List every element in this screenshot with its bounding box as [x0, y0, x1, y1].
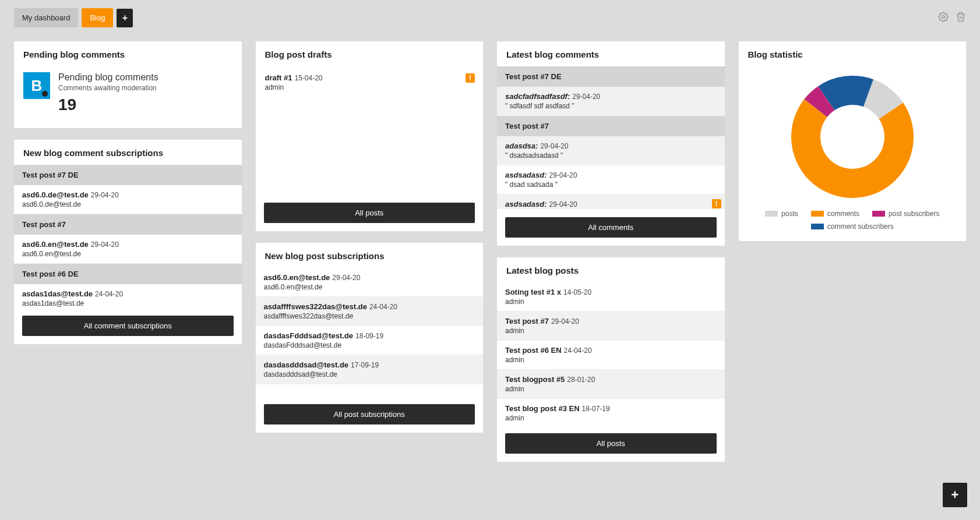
post-item[interactable]: Test blog post #3 EN18-07-19 admin — [497, 399, 725, 425]
comment-item[interactable]: asdsadasd:29-04-20 ! — [497, 194, 725, 209]
list-item[interactable]: asd6.0.de@test.de29-04-20 asd6.0.de@test… — [14, 185, 242, 214]
legend-item: comment subscribers — [811, 222, 894, 231]
group-header[interactable]: Test post #6 DE — [14, 264, 242, 284]
list-item[interactable]: asdas1das@test.de24-04-20 asdas1das@test… — [14, 284, 242, 307]
legend-item: post subscribers — [872, 210, 939, 218]
list-item[interactable]: dasdasdddsad@test.de17-09-19 dasdasdddsa… — [256, 355, 484, 384]
drafts-card: Blog post drafts draft #115-04-20 admin … — [256, 41, 484, 231]
pending-comments-card: Pending blog comments B Pending blog com… — [14, 41, 242, 128]
warning-badge-icon: ! — [466, 73, 475, 83]
all-posts-button[interactable]: All posts — [505, 433, 717, 454]
all-comment-subs-button[interactable]: All comment subscriptions — [22, 316, 234, 336]
blog-statistic-card: Blog statistic posts comments post subsc… — [739, 41, 967, 241]
card-title: Blog post drafts — [256, 41, 484, 66]
pending-label: Pending blog comments — [58, 72, 158, 83]
latest-comments-card: Latest blog comments Test post #7 DE sad… — [497, 41, 725, 246]
card-title: Blog statistic — [739, 41, 967, 66]
post-subs-list[interactable]: asd6.0.en@test.de29-04-20 asd6.0.en@test… — [256, 268, 484, 396]
pending-count: 19 — [58, 95, 158, 114]
group-header[interactable]: Test post #7 DE — [14, 165, 242, 185]
donut-chart — [777, 70, 928, 204]
svg-point-0 — [942, 16, 945, 19]
all-comments-button[interactable]: All comments — [505, 217, 717, 238]
latest-comments-list[interactable]: Test post #7 DE sadcfadfsadfasdf:29-04-2… — [497, 66, 725, 209]
list-item[interactable]: asd6.0.en@test.de29-04-20 asd6.0.en@test… — [14, 235, 242, 264]
trash-icon[interactable] — [956, 12, 966, 24]
group-header[interactable]: Test post #7 — [497, 116, 725, 136]
card-title: Latest blog comments — [497, 41, 725, 66]
card-title: New blog post subscriptions — [256, 243, 484, 268]
comment-item[interactable]: sadcfadfsadfasdf:29-04-20 " sdfasdf sdf … — [497, 87, 725, 116]
card-title: Latest blog posts — [497, 257, 725, 282]
group-header[interactable]: Test post #7 — [14, 214, 242, 235]
comment-subs-list[interactable]: Test post #7 DE asd6.0.de@test.de29-04-2… — [14, 165, 242, 307]
all-posts-button[interactable]: All posts — [264, 203, 475, 223]
pending-sublabel: Comments awaiting moderation — [58, 84, 158, 92]
group-header[interactable]: Test post #7 DE — [497, 66, 725, 87]
post-item[interactable]: Test blogpost #528-01-20 admin — [497, 370, 725, 399]
list-item[interactable]: asd6.0.en@test.de29-04-20 asd6.0.en@test… — [256, 268, 484, 297]
all-post-subs-button[interactable]: All post subscriptions — [264, 404, 475, 425]
post-item[interactable]: Soting test #1 x14-05-20 admin — [497, 282, 725, 312]
gear-icon[interactable] — [938, 12, 949, 24]
list-item[interactable]: asdaffffswes322das@test.de24-04-20 asdaf… — [256, 297, 484, 326]
tab-my-dashboard[interactable]: My dashboard — [14, 8, 78, 27]
comment-subscriptions-card: New blog comment subscriptions Test post… — [14, 140, 242, 344]
comment-item[interactable]: asdsadasd:29-04-20 " dsad sadsada " — [497, 165, 725, 194]
tab-add-button[interactable]: + — [117, 9, 133, 27]
chart-legend: posts comments post subscribers comment … — [748, 210, 957, 231]
card-title: New blog comment subscriptions — [14, 140, 242, 165]
draft-item[interactable]: draft #115-04-20 admin ! — [264, 70, 475, 95]
comment-item[interactable]: adasdsa:29-04-20 " dsadsadsadasd " — [497, 136, 725, 165]
list-item[interactable]: dasdasFdddsad@test.de18-09-19 dasdasFddd… — [256, 326, 484, 355]
post-subscriptions-card: New blog post subscriptions asd6.0.en@te… — [256, 243, 484, 433]
tab-bar: My dashboard Blog + — [0, 0, 980, 27]
post-item[interactable]: Test post #6 EN24-04-20 admin — [497, 341, 725, 370]
card-title: Pending blog comments — [14, 41, 242, 66]
tab-blog[interactable]: Blog — [82, 8, 113, 27]
warning-badge-icon: ! — [712, 199, 721, 208]
blog-icon: B — [23, 72, 50, 99]
latest-posts-list[interactable]: Soting test #1 x14-05-20 admin Test post… — [497, 282, 725, 425]
legend-item: comments — [811, 210, 859, 218]
latest-posts-card: Latest blog posts Soting test #1 x14-05-… — [497, 257, 725, 462]
post-item[interactable]: Test post #729-04-20 admin — [497, 312, 725, 341]
legend-item: posts — [765, 210, 798, 218]
